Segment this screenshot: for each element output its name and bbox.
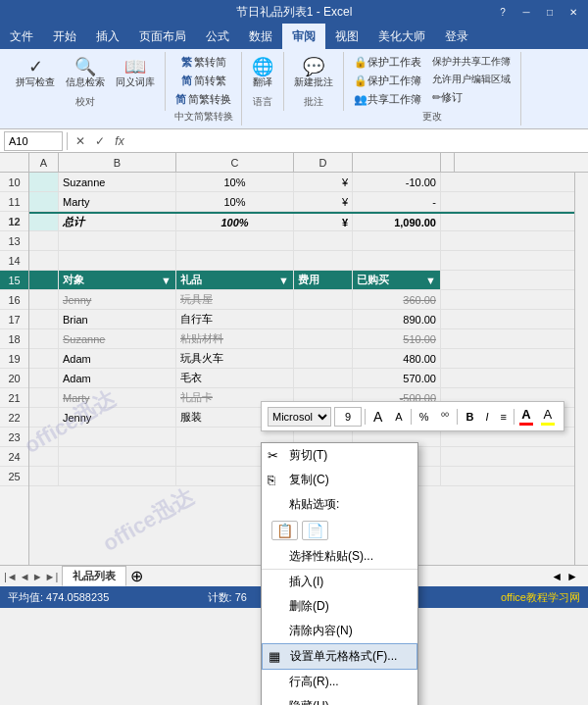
cell-e17[interactable]: 890.00 bbox=[353, 310, 441, 328]
cell-e12[interactable]: 1,090.00 bbox=[353, 214, 441, 230]
cell-a14[interactable] bbox=[29, 251, 59, 270]
cell-d14[interactable] bbox=[294, 251, 353, 270]
cell-a22[interactable] bbox=[29, 408, 59, 427]
ctx-clear-content[interactable]: 清除内容(N) bbox=[262, 619, 417, 643]
tab-pagelayout[interactable]: 页面布局 bbox=[129, 24, 196, 49]
protect-workbook-button[interactable]: 🔒 保护工作簿 bbox=[350, 73, 425, 89]
track-changes-button[interactable]: ✏ 修订 bbox=[428, 89, 514, 106]
protect-sheet-button[interactable]: 🔒 保护工作表 bbox=[350, 54, 425, 71]
cell-a21[interactable] bbox=[29, 388, 59, 407]
maximize-button[interactable]: □ bbox=[539, 3, 561, 21]
cell-a23[interactable] bbox=[29, 428, 59, 446]
highlight-color-button[interactable]: A bbox=[538, 405, 558, 428]
cell-a15[interactable] bbox=[29, 271, 59, 289]
ctx-insert[interactable]: 插入(I) bbox=[262, 570, 417, 594]
cell-e15[interactable]: 已购买 ▼ bbox=[353, 271, 441, 289]
cell-d16[interactable] bbox=[294, 290, 353, 309]
cell-a18[interactable] bbox=[29, 329, 59, 348]
decimal-button[interactable]: ⁰⁰ bbox=[436, 409, 454, 424]
cell-a10[interactable] bbox=[29, 173, 59, 191]
allow-user-edit-button[interactable]: 允许用户编辑区域 bbox=[428, 72, 514, 87]
cell-a19[interactable] bbox=[29, 349, 59, 368]
cell-c18[interactable]: 粘贴材料 bbox=[176, 329, 294, 348]
font-color-button[interactable]: A bbox=[516, 405, 536, 428]
sheet-nav-last[interactable]: ►| bbox=[45, 571, 59, 582]
tab-insert[interactable]: 插入 bbox=[86, 24, 129, 49]
percent-button[interactable]: % bbox=[415, 409, 434, 425]
font-size-input[interactable] bbox=[334, 407, 362, 427]
ctx-copy[interactable]: ⎘ 复制(C) bbox=[262, 468, 417, 492]
cell-b13[interactable] bbox=[59, 231, 176, 250]
sheet-tab-gift-list[interactable]: 礼品列表 bbox=[62, 566, 126, 586]
cell-b19[interactable]: Adam bbox=[59, 349, 176, 368]
sheet-nav-next[interactable]: ► bbox=[32, 571, 43, 582]
tab-home[interactable]: 开始 bbox=[43, 24, 86, 49]
cell-c15[interactable]: 礼品 ▼ bbox=[176, 271, 294, 289]
close-button[interactable]: ✕ bbox=[563, 3, 584, 21]
cell-e20[interactable]: 570.00 bbox=[353, 369, 441, 387]
share-workbook-button[interactable]: 👥 共享工作簿 bbox=[350, 91, 425, 108]
cell-b16[interactable]: Jenny bbox=[59, 290, 176, 309]
tab-file[interactable]: 文件 bbox=[0, 24, 43, 49]
cell-a12[interactable] bbox=[29, 214, 59, 230]
minimize-button[interactable]: ─ bbox=[515, 3, 537, 21]
cell-b15[interactable]: 对象 ▼ bbox=[59, 271, 176, 289]
cell-e19[interactable]: 480.00 bbox=[353, 349, 441, 368]
simp-to-trad-button[interactable]: 简 简转繁 bbox=[177, 73, 230, 89]
sheet-nav-prev[interactable]: ◄ bbox=[20, 571, 30, 582]
ctx-row-height[interactable]: 行高(R)... bbox=[262, 670, 417, 694]
formula-input[interactable] bbox=[132, 134, 584, 148]
col-header-b[interactable]: B bbox=[59, 153, 176, 172]
cell-e16[interactable]: 360.00 bbox=[353, 290, 441, 309]
add-sheet-button[interactable]: ⊕ bbox=[130, 567, 143, 585]
cell-d10[interactable]: ¥ bbox=[294, 173, 353, 191]
col-header-c[interactable]: C bbox=[176, 153, 294, 172]
col-header-scroll[interactable] bbox=[441, 153, 455, 172]
cell-c17[interactable]: 自行车 bbox=[176, 310, 294, 328]
ctx-paste-special[interactable]: 选择性粘贴(S)... bbox=[262, 544, 417, 569]
cell-b11[interactable]: Marty bbox=[59, 192, 176, 211]
cell-c14[interactable] bbox=[176, 251, 294, 270]
sheet-nav-first[interactable]: |◄ bbox=[4, 571, 18, 582]
cell-a24[interactable] bbox=[29, 447, 59, 466]
cell-b14[interactable] bbox=[59, 251, 176, 270]
cell-b10[interactable]: Suzanne bbox=[59, 173, 176, 191]
font-larger-button[interactable]: A bbox=[368, 407, 387, 427]
cell-b23[interactable] bbox=[59, 428, 176, 446]
scroll-left-button[interactable]: ◄ bbox=[551, 570, 563, 583]
cell-d11[interactable]: ¥ bbox=[294, 192, 353, 211]
cell-e18[interactable]: 510.00 bbox=[353, 329, 441, 348]
cell-c20[interactable]: 毛衣 bbox=[176, 369, 294, 387]
cell-e10[interactable]: -10.00 bbox=[353, 173, 441, 191]
cell-c10[interactable]: 10% bbox=[176, 173, 294, 191]
paste-icon-1[interactable]: 📋 bbox=[271, 521, 298, 540]
cell-d12[interactable]: ¥ bbox=[294, 214, 353, 230]
spellcheck-button[interactable]: ✓ 拼写检查 bbox=[12, 54, 59, 93]
paste-icon-2[interactable]: 📄 bbox=[302, 521, 328, 540]
cell-c16[interactable]: 玩具屋 bbox=[176, 290, 294, 309]
cell-d13[interactable] bbox=[294, 231, 353, 250]
confirm-icon[interactable]: ✓ bbox=[91, 132, 109, 150]
ctx-hide[interactable]: 隐藏(H) bbox=[262, 694, 417, 705]
insert-function-icon[interactable]: fx bbox=[111, 132, 128, 150]
cell-a13[interactable] bbox=[29, 231, 59, 250]
cell-a16[interactable] bbox=[29, 290, 59, 309]
cell-d20[interactable] bbox=[294, 369, 353, 387]
cell-b25[interactable] bbox=[59, 467, 176, 485]
cell-e11[interactable]: - bbox=[353, 192, 441, 211]
cell-c12[interactable]: 100% bbox=[176, 214, 294, 230]
col-header-d[interactable]: D bbox=[294, 153, 353, 172]
tab-formula[interactable]: 公式 bbox=[196, 24, 239, 49]
trad-to-simp-button[interactable]: 繁 繁转简 bbox=[177, 54, 230, 71]
new-comment-button[interactable]: 💬 新建批注 bbox=[290, 54, 337, 93]
ctx-delete[interactable]: 删除(D) bbox=[262, 594, 417, 619]
cell-d15[interactable]: 费用 bbox=[294, 271, 353, 289]
research-button[interactable]: 🔍 信息检索 bbox=[62, 54, 109, 93]
name-box[interactable] bbox=[4, 131, 63, 151]
cell-c11[interactable]: 10% bbox=[176, 192, 294, 211]
cell-c13[interactable] bbox=[176, 231, 294, 250]
cell-b20[interactable]: Adam bbox=[59, 369, 176, 387]
align-button[interactable]: ≡ bbox=[495, 409, 511, 425]
cancel-icon[interactable]: ✕ bbox=[72, 132, 89, 150]
cell-b22[interactable]: Jenny bbox=[59, 408, 176, 427]
